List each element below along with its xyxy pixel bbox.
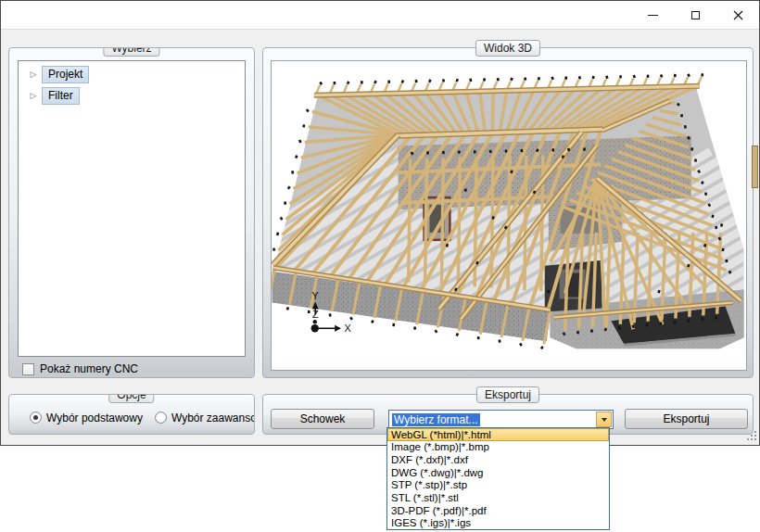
clipboard-button[interactable]: Schowek	[271, 409, 374, 429]
radio-basic-label: Wybór podstawowy	[46, 412, 143, 424]
dropdown-option[interactable]: IGES (*.igs)|*.igs	[387, 516, 609, 529]
select-group-label: Wybierz	[103, 47, 159, 57]
select-groupbox: Wybierz ▷ Projekt ▷ Filter Pokaż numery …	[8, 47, 255, 378]
options-group-label: Opcje	[108, 394, 154, 403]
combo-dropdown-button[interactable]	[596, 412, 612, 427]
radio-advanced-icon[interactable]	[155, 412, 167, 424]
render-artifact	[752, 146, 758, 188]
maximize-icon	[691, 11, 700, 19]
project-tree[interactable]: ▷ Projekt ▷ Filter	[18, 60, 246, 357]
minimize-icon	[648, 15, 658, 16]
minimize-button[interactable]	[631, 1, 674, 29]
cnc-checkbox-row[interactable]: Pokaż numery CNC	[18, 361, 246, 377]
view3d-group-label: Widok 3D	[475, 40, 540, 57]
view3d-groupbox: Widok 3D Y Z X	[262, 47, 754, 378]
axis-z-label: Z	[312, 309, 319, 320]
axis-y-label: Y	[312, 290, 320, 301]
format-combobox-value: Wybierz format...	[392, 413, 480, 426]
tree-expand-icon[interactable]: ▷	[25, 70, 42, 79]
axis-x-label: X	[344, 323, 351, 334]
dropdown-option[interactable]: DWG (*.dwg)|*.dwg	[387, 466, 609, 479]
dropdown-option[interactable]: STL (*.stl)|*.stl	[387, 491, 609, 504]
tree-expand-icon[interactable]: ▷	[25, 91, 42, 100]
3d-viewport[interactable]: Y Z X	[271, 60, 747, 371]
format-combobox[interactable]: Wybierz format...	[388, 410, 614, 429]
close-icon	[733, 10, 743, 20]
cnc-checkbox[interactable]	[22, 363, 34, 375]
dropdown-option[interactable]: WebGL (*html)|*.html	[387, 428, 609, 441]
tree-item-projekt[interactable]: ▷ Projekt	[19, 64, 245, 84]
dropdown-option[interactable]: DXF (*.dxf)|*.dxf	[387, 453, 609, 466]
close-button[interactable]	[716, 1, 759, 29]
app-window: Wybierz ▷ Projekt ▷ Filter Pokaż numery …	[0, 0, 760, 446]
dropdown-option[interactable]: 3D-PDF (*.pdf)|*.pdf	[387, 504, 609, 517]
export-group-label: Eksportuj	[476, 386, 539, 403]
radio-advanced-selection[interactable]: Wybór zaawansowany	[155, 412, 255, 424]
roof-3d-render: Y Z X	[272, 61, 746, 370]
dropdown-option[interactable]: STP (*.stp)|*.stp	[387, 479, 609, 492]
resize-grip[interactable]	[745, 431, 756, 442]
options-groupbox: Opcje Wybór podstawowy Wybór zaawansowan…	[8, 394, 255, 435]
tree-item-label[interactable]: Filter	[42, 87, 80, 105]
tree-item-filter[interactable]: ▷ Filter	[19, 85, 245, 106]
radio-basic-icon[interactable]	[30, 412, 42, 424]
desktop: Wybierz ▷ Projekt ▷ Filter Pokaż numery …	[0, 0, 760, 532]
maximize-button[interactable]	[674, 1, 716, 29]
chevron-down-icon	[602, 418, 607, 422]
selection-mode-radios: Wybór podstawowy Wybór zaawansowany	[9, 410, 254, 425]
dropdown-option[interactable]: Image (*.bmp)|*.bmp	[387, 441, 609, 454]
tree-item-label[interactable]: Projekt	[42, 66, 89, 83]
radio-basic-selection[interactable]: Wybór podstawowy	[30, 412, 143, 424]
title-bar[interactable]	[1, 1, 759, 30]
radio-advanced-label: Wybór zaawansowany	[171, 412, 255, 424]
cnc-checkbox-label: Pokaż numery CNC	[40, 362, 138, 375]
format-dropdown-list[interactable]: WebGL (*html)|*.htmlImage (*.bmp)|*.bmpD…	[386, 427, 610, 530]
export-button[interactable]: Eksportuj	[625, 409, 748, 429]
